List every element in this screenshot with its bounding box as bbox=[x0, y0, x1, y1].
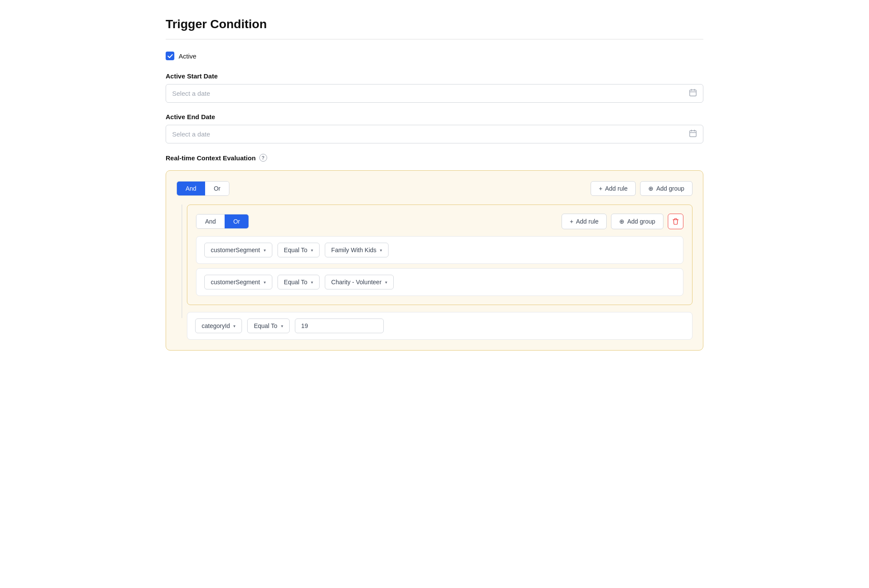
bottom-operator-chevron-icon: ▾ bbox=[281, 324, 283, 328]
active-end-date-label: Active End Date bbox=[166, 113, 703, 120]
active-end-date-input[interactable]: Select a date bbox=[166, 125, 703, 143]
nested-group: And Or + Add rule ⊕ Add group bbox=[187, 205, 693, 305]
active-checkbox[interactable] bbox=[166, 52, 174, 60]
rule1-value-chevron-icon: ▾ bbox=[380, 248, 382, 253]
outer-and-button[interactable]: And bbox=[177, 182, 205, 195]
outer-group-header: And Or + Add rule ⊕ Add group bbox=[176, 181, 693, 196]
inner-add-rule-label: Add rule bbox=[576, 218, 598, 225]
outer-add-rule-button[interactable]: + Add rule bbox=[591, 181, 636, 196]
outer-add-group-button[interactable]: ⊕ Add group bbox=[640, 181, 693, 196]
rule1-field-select[interactable]: customerSegment ▾ bbox=[204, 243, 272, 257]
rule1-operator-label: Equal To bbox=[284, 247, 307, 253]
rule1-field-chevron-icon: ▾ bbox=[264, 248, 266, 253]
svg-rect-0 bbox=[690, 90, 696, 96]
rule1-value-select[interactable]: Family With Kids ▾ bbox=[325, 243, 389, 257]
outer-body: And Or + Add rule ⊕ Add group bbox=[176, 205, 693, 340]
outer-add-group-icon: ⊕ bbox=[648, 185, 653, 192]
left-connector bbox=[176, 205, 187, 340]
rule2-operator-chevron-icon: ▾ bbox=[311, 280, 313, 285]
outer-or-button[interactable]: Or bbox=[205, 182, 229, 195]
bottom-operator-select[interactable]: Equal To ▾ bbox=[247, 318, 289, 333]
bottom-field-label: categoryId bbox=[202, 322, 230, 329]
inner-add-rule-button[interactable]: + Add rule bbox=[562, 214, 607, 229]
inner-add-group-label: Add group bbox=[627, 218, 655, 225]
title-divider bbox=[166, 39, 703, 39]
active-label: Active bbox=[179, 52, 196, 60]
delete-group-button[interactable] bbox=[668, 214, 683, 229]
realtime-label-text: Real-time Context Evaluation bbox=[166, 154, 256, 162]
active-row: Active bbox=[166, 52, 703, 60]
inner-add-group-button[interactable]: ⊕ Add group bbox=[611, 214, 663, 229]
inner-and-button[interactable]: And bbox=[196, 214, 225, 228]
active-start-date-placeholder: Select a date bbox=[172, 90, 210, 97]
inner-or-button[interactable]: Or bbox=[225, 214, 249, 228]
rule2-value-label: Charity - Volunteer bbox=[331, 279, 382, 286]
outer-rules-body: And Or + Add rule ⊕ Add group bbox=[187, 205, 693, 340]
nested-rules-wrapper: customerSegment ▾ Equal To ▾ Family With… bbox=[196, 236, 683, 296]
rule2-field-select[interactable]: customerSegment ▾ bbox=[204, 275, 272, 289]
connector-vertical bbox=[182, 205, 182, 318]
realtime-section-label: Real-time Context Evaluation ? bbox=[166, 154, 703, 162]
outer-logic-buttons: And Or bbox=[176, 181, 229, 196]
bottom-rule-row: categoryId ▾ Equal To ▾ bbox=[187, 312, 693, 340]
inner-logic-buttons: And Or bbox=[196, 214, 249, 229]
bottom-field-chevron-icon: ▾ bbox=[233, 324, 235, 328]
active-start-date-input[interactable]: Select a date bbox=[166, 84, 703, 103]
inner-action-buttons: + Add rule ⊕ Add group bbox=[562, 214, 683, 229]
outer-action-buttons: + Add rule ⊕ Add group bbox=[591, 181, 693, 196]
rule2-operator-label: Equal To bbox=[284, 279, 307, 286]
inner-add-group-icon: ⊕ bbox=[619, 218, 624, 225]
rule1-operator-chevron-icon: ▾ bbox=[311, 248, 313, 253]
help-icon[interactable]: ? bbox=[259, 154, 267, 162]
rule2-operator-select[interactable]: Equal To ▾ bbox=[278, 275, 320, 289]
calendar-icon-start bbox=[689, 89, 697, 98]
outer-add-group-label: Add group bbox=[656, 185, 684, 192]
rule2-field-label: customerSegment bbox=[211, 279, 260, 286]
outer-add-rule-label: Add rule bbox=[605, 185, 627, 192]
svg-rect-4 bbox=[690, 131, 696, 137]
bottom-value-input[interactable] bbox=[295, 318, 384, 333]
rule1-operator-select[interactable]: Equal To ▾ bbox=[278, 243, 320, 257]
condition-container: And Or + Add rule ⊕ Add group bbox=[166, 170, 703, 351]
page-container: Trigger Condition Active Active Start Da… bbox=[144, 0, 725, 377]
inner-add-rule-icon: + bbox=[570, 218, 573, 225]
outer-add-rule-icon: + bbox=[599, 185, 602, 192]
nested-group-header: And Or + Add rule ⊕ Add group bbox=[196, 214, 683, 229]
rule2-value-select[interactable]: Charity - Volunteer ▾ bbox=[325, 275, 394, 289]
calendar-icon-end bbox=[689, 130, 697, 139]
bottom-operator-label: Equal To bbox=[254, 322, 277, 329]
rule2-field-chevron-icon: ▾ bbox=[264, 280, 266, 285]
active-end-date-placeholder: Select a date bbox=[172, 130, 210, 138]
rule2-value-chevron-icon: ▾ bbox=[385, 280, 387, 285]
page-title: Trigger Condition bbox=[166, 17, 703, 31]
rule1-field-label: customerSegment bbox=[211, 247, 260, 253]
active-start-date-label: Active Start Date bbox=[166, 72, 703, 80]
table-row: customerSegment ▾ Equal To ▾ Family With… bbox=[196, 236, 683, 264]
bottom-field-select[interactable]: categoryId ▾ bbox=[195, 318, 242, 333]
rule1-value-label: Family With Kids bbox=[331, 247, 376, 253]
table-row: customerSegment ▾ Equal To ▾ Charity - V… bbox=[196, 268, 683, 296]
